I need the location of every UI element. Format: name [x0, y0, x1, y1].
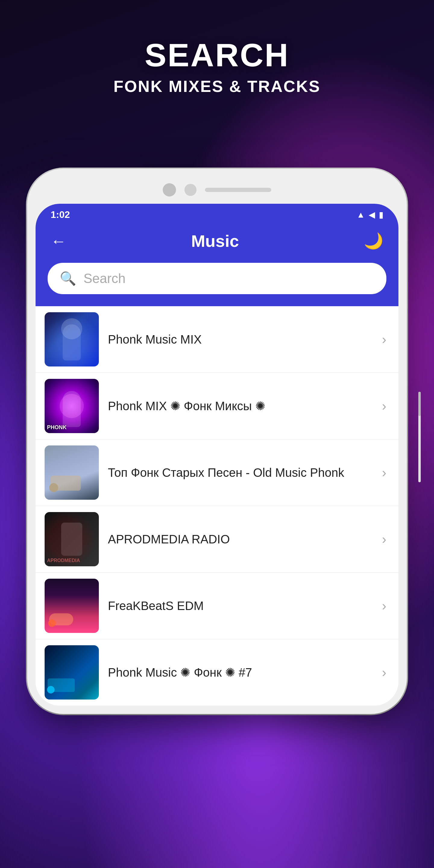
phone-top-hardware	[36, 177, 398, 204]
thumb-person	[63, 324, 81, 361]
chevron-icon-6: ›	[382, 665, 386, 680]
scroll-thumb	[418, 392, 421, 416]
chevron-icon-1: ›	[382, 332, 386, 347]
phone-mockup: 1:02 ▲ ◀ ▮ ← Music 🌙 🔍 Search	[27, 169, 407, 714]
app-header-title: Music	[191, 231, 239, 251]
item-thumbnail-6	[44, 645, 99, 700]
status-time: 1:02	[51, 209, 70, 220]
search-placeholder-text: Search	[84, 271, 125, 286]
list-item[interactable]: APRODMEDIA APRODMEDIA RADIO ›	[36, 506, 398, 572]
item-title-2: Phonk MIX ✺ Фонк Миксы ✺	[108, 399, 266, 412]
battery-icon: ▮	[379, 210, 383, 220]
search-box[interactable]: 🔍 Search	[48, 263, 386, 294]
thumb-figure-2: PHONK	[44, 379, 99, 433]
speaker-bar	[205, 188, 271, 192]
page-subtitle: FONK MIXES & TRACKS	[0, 77, 434, 96]
list-item[interactable]: Топ Фонк Старых Песен - Old Music Phonk …	[36, 439, 398, 506]
chevron-icon-3: ›	[382, 465, 386, 480]
thumb-person	[63, 391, 81, 427]
phone-screen: 1:02 ▲ ◀ ▮ ← Music 🌙 🔍 Search	[36, 204, 398, 706]
thumb-figure-1	[44, 312, 99, 367]
item-thumbnail-4: APRODMEDIA	[44, 512, 99, 566]
item-text-4: APRODMEDIA RADIO	[108, 531, 373, 547]
item-text-3: Топ Фонк Старых Песен - Old Music Phonk	[108, 465, 373, 480]
status-bar: 1:02 ▲ ◀ ▮	[36, 204, 398, 225]
page-header: SEARCH FONK MIXES & TRACKS	[0, 36, 434, 96]
thumb-figure-3	[44, 445, 99, 500]
item-thumbnail-3	[44, 445, 99, 500]
speaker-dot	[184, 184, 196, 196]
thumb-figure-4: APRODMEDIA	[44, 512, 99, 566]
signal-icon: ◀	[369, 210, 375, 220]
thumb-figure-6	[44, 645, 99, 700]
chevron-icon-4: ›	[382, 532, 386, 547]
list-item[interactable]: PHONK Phonk MIX ✺ Фонк Миксы ✺ ›	[36, 373, 398, 439]
list-item[interactable]: Phonk Music MIX ›	[36, 306, 398, 373]
back-button[interactable]: ←	[51, 232, 66, 250]
search-container: 🔍 Search	[36, 263, 398, 306]
item-title-5: FreaKBeatS EDM	[108, 599, 204, 613]
camera-dot	[163, 183, 176, 196]
page-title: SEARCH	[0, 36, 434, 74]
chevron-icon-2: ›	[382, 398, 386, 413]
thumb-figure-5	[44, 579, 99, 633]
scroll-indicator	[418, 392, 421, 482]
moon-icon[interactable]: 🌙	[364, 232, 383, 250]
item-title-1: Phonk Music MIX	[108, 333, 202, 346]
chevron-icon-5: ›	[382, 598, 386, 613]
status-icons: ▲ ◀ ▮	[356, 210, 383, 220]
list-item[interactable]: FreaKBeatS EDM ›	[36, 572, 398, 639]
item-title-3: Топ Фонк Старых Песен - Old Music Phonk	[108, 466, 344, 479]
search-icon: 🔍	[60, 271, 76, 286]
item-thumbnail-5	[44, 579, 99, 633]
thumb-label-2: PHONK	[47, 424, 67, 431]
item-text-1: Phonk Music MIX	[108, 332, 373, 347]
item-title-6: Phonk Music ✺ Фонк ✺ #7	[108, 666, 252, 679]
wifi-icon: ▲	[356, 210, 365, 220]
music-list: Phonk Music MIX › PHONK Phonk MIX ✺ Фонк…	[36, 306, 398, 706]
app-header: ← Music 🌙	[36, 225, 398, 263]
item-title-4: APRODMEDIA RADIO	[108, 532, 230, 546]
item-text-2: Phonk MIX ✺ Фонк Миксы ✺	[108, 398, 373, 414]
item-thumbnail-1	[44, 312, 99, 367]
phone-outer-shell: 1:02 ▲ ◀ ▮ ← Music 🌙 🔍 Search	[27, 169, 407, 714]
item-thumbnail-2: PHONK	[44, 379, 99, 433]
item-text-6: Phonk Music ✺ Фонк ✺ #7	[108, 664, 373, 680]
item-text-5: FreaKBeatS EDM	[108, 598, 373, 614]
list-item[interactable]: Phonk Music ✺ Фонк ✺ #7 ›	[36, 639, 398, 706]
